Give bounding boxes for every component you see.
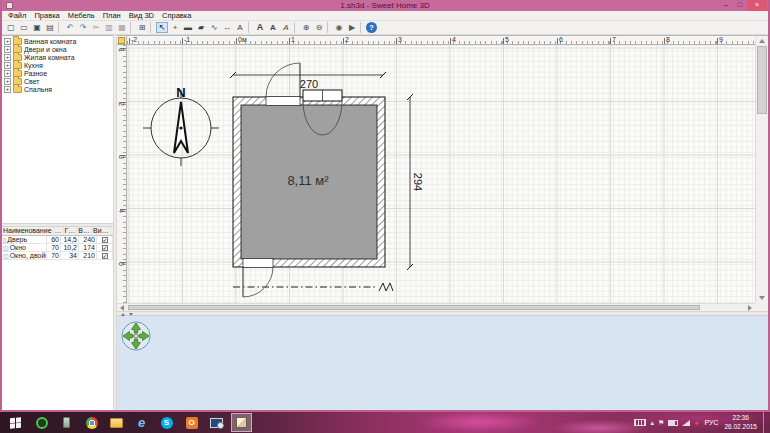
zoom-out-icon[interactable]: ⊖ [313, 22, 325, 33]
plan-view[interactable]: N [127, 45, 755, 303]
expand-icon[interactable]: + [4, 86, 11, 93]
menu-item[interactable]: План [99, 11, 125, 20]
keyboard-icon[interactable] [634, 419, 646, 426]
increase-text-icon[interactable]: A [254, 22, 266, 33]
taskbar-clock[interactable]: 22:36 26.02.2015 [724, 414, 757, 431]
explorer-icon[interactable] [106, 413, 127, 432]
view-3d[interactable] [117, 316, 768, 410]
create-rooms-icon[interactable]: ▰ [195, 22, 207, 33]
expand-icon[interactable]: + [4, 78, 11, 85]
language-indicator[interactable]: РУС [702, 419, 720, 426]
start-icon[interactable] [3, 413, 27, 432]
plan-horizontal-scrollbar[interactable] [117, 303, 755, 311]
furniture-row-double-window[interactable]: ◫Окно, двойн… 70 34 210 ✓ [2, 252, 113, 260]
furniture-mini-icon: ◫ [3, 244, 9, 251]
skype-icon[interactable]: S [156, 413, 177, 432]
pc-icon[interactable] [206, 413, 227, 432]
column-header[interactable]: … [54, 227, 64, 235]
dimension-width[interactable]: 270 [230, 72, 386, 90]
ruler-label: 7 [610, 36, 616, 44]
minimize-button[interactable]: – [719, 0, 733, 11]
pan-icon[interactable]: + [169, 22, 181, 33]
zoom-in-icon[interactable]: ⊕ [300, 22, 312, 33]
furniture-row-window[interactable]: ◫Окно 70 10,2 174 ✓ [2, 244, 113, 252]
door-top[interactable] [266, 63, 300, 106]
add-text-icon[interactable]: A [234, 22, 246, 33]
dimension-height[interactable]: 294 [407, 94, 424, 270]
expand-icon[interactable]: + [4, 62, 11, 69]
undo-icon[interactable]: ↶ [64, 22, 76, 33]
video-icon[interactable]: ▶ [346, 22, 358, 33]
create-walls-icon[interactable]: ▬ [182, 22, 194, 33]
category-label: Разное [24, 70, 47, 77]
recorder-icon[interactable] [31, 413, 52, 432]
furniture-name: Окно, двойн… [10, 252, 47, 259]
level-tab-icon[interactable] [118, 37, 125, 44]
plan-compass[interactable]: N [143, 85, 219, 166]
notification-icon[interactable]: ● [694, 419, 698, 426]
ie-icon[interactable]: e [131, 413, 152, 432]
menu-item[interactable]: Вид 3D [125, 11, 158, 20]
select-icon[interactable]: ↖ [156, 22, 168, 33]
maximize-button[interactable]: □ [733, 0, 747, 11]
copy-icon[interactable]: ▥ [103, 22, 115, 33]
furniture-row-door[interactable]: ▯Дверь 60 14,5 240 ✓ [2, 236, 113, 244]
visible-checkbox[interactable]: ✓ [102, 245, 108, 251]
new-icon[interactable]: ▢ [5, 22, 17, 33]
furniture-width: 70 [47, 252, 61, 259]
open-icon[interactable]: ▭ [18, 22, 30, 33]
menu-item[interactable]: Файл [4, 11, 30, 20]
scroll-down-icon[interactable] [759, 296, 765, 300]
dashed-centerline[interactable] [233, 283, 393, 291]
expand-icon[interactable]: + [4, 46, 11, 53]
vertical-scroll-thumb[interactable] [757, 46, 767, 114]
tray-expand-icon[interactable]: ▴ [650, 419, 654, 427]
visible-checkbox[interactable]: ✓ [102, 237, 108, 243]
toolbar-separator [294, 22, 298, 33]
plan-vertical-scrollbar[interactable] [755, 35, 768, 303]
furniture-mini-icon: ▯ [3, 236, 6, 243]
help-icon[interactable]: ? [366, 22, 377, 33]
bold-icon[interactable]: A [267, 22, 279, 33]
close-button[interactable]: × [747, 0, 767, 11]
sweethome3d-icon[interactable] [231, 413, 252, 432]
clock-time: 22:36 [724, 414, 757, 422]
cut-icon[interactable]: ✂ [90, 22, 102, 33]
menu-item[interactable]: Мебель [64, 11, 99, 20]
photo-icon[interactable]: ◉ [333, 22, 345, 33]
menu-item[interactable]: Правка [30, 11, 63, 20]
paste-icon[interactable]: ▦ [116, 22, 128, 33]
column-header[interactable]: Г… [64, 227, 78, 235]
battery-icon[interactable] [668, 420, 678, 426]
chrome-icon[interactable] [81, 413, 102, 432]
column-header[interactable]: В… [77, 227, 92, 235]
add-furniture-icon[interactable]: ⊞ [136, 22, 148, 33]
create-dimensions-icon[interactable]: ↔ [221, 22, 233, 33]
preferences-icon[interactable]: ▤ [44, 22, 56, 33]
scroll-up-icon[interactable] [759, 39, 765, 43]
ruler-label: 5 [117, 262, 125, 266]
expand-icon[interactable]: + [4, 38, 11, 45]
show-desktop-button[interactable] [763, 412, 767, 433]
expand-icon[interactable]: + [4, 70, 11, 77]
horizontal-scroll-thumb[interactable] [128, 305, 700, 310]
expand-icon[interactable]: + [4, 54, 11, 61]
flag-icon[interactable]: ⚑ [658, 419, 664, 427]
network-icon[interactable] [682, 420, 690, 426]
outlook-icon[interactable]: O [181, 413, 202, 432]
create-polylines-icon[interactable]: ∿ [208, 22, 220, 33]
column-header[interactable]: Наименование [2, 227, 54, 235]
redo-icon[interactable]: ↷ [77, 22, 89, 33]
ruler-label: 5 [503, 36, 509, 44]
system-tray: ▴⚑● РУС 22:36 26.02.2015 [634, 412, 770, 433]
italic-icon[interactable]: A [280, 22, 292, 33]
visible-checkbox[interactable]: ✓ [102, 253, 108, 259]
phone-icon[interactable] [56, 413, 77, 432]
ruler-horizontal: -2-10м123456789 [127, 35, 755, 45]
3d-navigation-compass[interactable] [119, 319, 153, 353]
category-bedroom[interactable]: + Спальня [2, 85, 113, 93]
save-icon[interactable]: ▣ [31, 22, 43, 33]
door-bottom[interactable] [243, 259, 273, 298]
column-header[interactable]: Ви… [92, 227, 111, 235]
menu-item[interactable]: Справка [158, 11, 195, 20]
